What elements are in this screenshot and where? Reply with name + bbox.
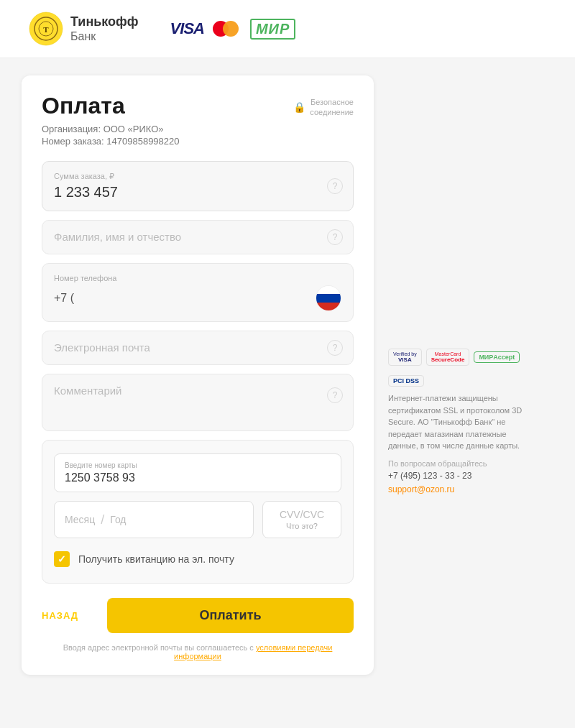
payment-section: Введите номер карты 1250 3758 93 Месяц /… xyxy=(42,440,354,584)
amount-value: 1 233 457 xyxy=(54,184,118,200)
footer-area: Вводя адрес электронной почты вы соглаша… xyxy=(42,643,354,660)
card-number-label: Введите номер карты xyxy=(65,461,331,469)
phone-value: +7 ( xyxy=(54,292,316,305)
comment-field[interactable]: Комментарий ? xyxy=(42,374,354,431)
pci-badge: PCI DSS xyxy=(388,375,424,387)
fullname-placeholder: Фамилия, имя и отчество xyxy=(54,231,181,243)
amount-field[interactable]: Сумма заказа, ₽ 1 233 457 ? xyxy=(42,161,354,211)
receipt-row[interactable]: ✓ Получить квитанцию на эл. почту xyxy=(54,551,341,567)
fullname-field[interactable]: Фамилия, имя и отчество ? xyxy=(42,220,354,254)
bank-subtitle: Банк xyxy=(70,29,139,43)
card-number-value: 1250 3758 93 xyxy=(65,471,135,484)
email-help-icon[interactable]: ? xyxy=(327,340,343,356)
mastercard-securecode-badge: MasterCard SecureCode xyxy=(426,349,470,366)
russia-flag[interactable] xyxy=(316,285,341,311)
card-number-row[interactable]: Введите номер карты 1250 3758 93 xyxy=(54,453,341,492)
page-title: Оплата xyxy=(42,93,125,119)
form-card: Оплата 🔒 Безопасноесоединение Организаци… xyxy=(22,75,374,675)
svg-text:Т: Т xyxy=(43,25,49,34)
cvv-label: CVV/CVC xyxy=(273,509,331,520)
flag-red xyxy=(316,303,341,310)
security-text: Интернет-платежи защищены сертификатом S… xyxy=(388,392,532,452)
amount-label: Сумма заказа, ₽ xyxy=(54,172,341,181)
cvv-field[interactable]: CVV/CVC Что это? xyxy=(262,501,341,538)
secure-badge: 🔒 Безопасноесоединение xyxy=(293,97,354,118)
contact-email[interactable]: support@ozon.ru xyxy=(388,484,454,494)
comment-placeholder: Комментарий xyxy=(54,384,121,397)
month-placeholder: Месяц xyxy=(65,514,95,525)
amount-help-icon[interactable]: ? xyxy=(327,178,343,194)
flag-white xyxy=(316,286,341,294)
phone-input-row: +7 ( xyxy=(54,285,341,311)
mastercard-logo xyxy=(213,19,242,38)
lock-icon: 🔒 xyxy=(293,101,305,113)
comment-help-icon[interactable]: ? xyxy=(327,387,343,403)
contact-phone: +7 (495) 123 - 33 - 23 xyxy=(388,471,532,481)
main-content: Оплата 🔒 Безопасноесоединение Организаци… xyxy=(0,58,575,692)
title-row: Оплата 🔒 Безопасноесоединение xyxy=(42,93,354,119)
expiry-cvv-row: Месяц / Год CVV/CVC Что это? xyxy=(54,501,341,538)
expiry-separator: / xyxy=(101,512,104,527)
logo-text-block: Тинькофф Банк xyxy=(70,14,139,44)
right-panel: Verified by VISA MasterCard SecureCode М… xyxy=(388,75,532,675)
tinkoff-logo-icon: Т xyxy=(29,11,63,46)
email-field[interactable]: Электронная почта ? xyxy=(42,331,354,365)
security-logos: Verified by VISA MasterCard SecureCode М… xyxy=(388,349,532,366)
mir-accept-badge: МИРAccept xyxy=(474,351,520,363)
email-placeholder: Электронная почта xyxy=(54,341,150,354)
left-panel: Оплата 🔒 Безопасноесоединение Организаци… xyxy=(22,75,374,675)
phone-label: Номер телефона xyxy=(54,274,341,282)
fullname-help-icon[interactable]: ? xyxy=(327,229,343,245)
header: Т Тинькофф Банк VISA МИР xyxy=(0,0,575,58)
order-info: Номер заказа: 14709858998220 xyxy=(42,136,354,147)
bank-name: Тинькофф xyxy=(70,14,139,30)
pay-button[interactable]: Оплатить xyxy=(107,598,354,633)
logo-area: Т Тинькофф Банк xyxy=(29,11,139,46)
year-placeholder: Год xyxy=(110,514,126,525)
card-number-box[interactable]: Введите номер карты 1250 3758 93 xyxy=(54,453,341,492)
verified-visa-badge: Verified by VISA xyxy=(388,349,422,366)
cvv-hint[interactable]: Что это? xyxy=(273,522,331,530)
phone-field[interactable]: Номер телефона +7 ( xyxy=(42,263,354,322)
bottom-actions: НАЗАД Оплатить xyxy=(42,598,354,633)
receipt-checkbox[interactable]: ✓ xyxy=(54,551,70,567)
expiry-field[interactable]: Месяц / Год xyxy=(54,501,254,538)
receipt-label: Получить квитанцию на эл. почту xyxy=(78,553,234,565)
payment-logos: VISA МИР xyxy=(170,19,296,40)
visa-logo: VISA xyxy=(170,19,204,38)
contact-label: По вопросам обращайтесь xyxy=(388,459,532,468)
flag-blue xyxy=(316,294,341,302)
mir-logo: МИР xyxy=(250,19,295,40)
footer-text: Вводя адрес электронной почты вы соглаша… xyxy=(63,643,256,652)
org-info: Организация: ООО «РИКО» xyxy=(42,124,354,134)
mc-right-circle xyxy=(223,21,239,37)
secure-label: Безопасноесоединение xyxy=(310,97,354,118)
back-button[interactable]: НАЗАД xyxy=(42,610,78,621)
